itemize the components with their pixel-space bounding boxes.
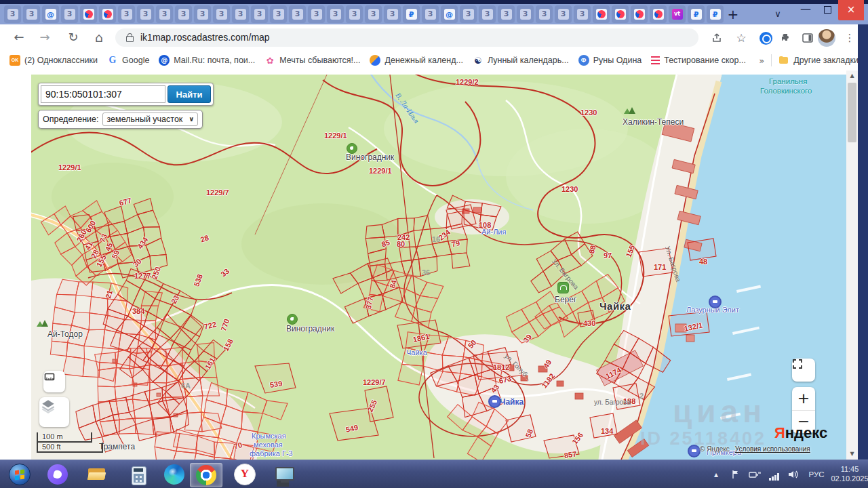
bookmarks-overflow-chevron[interactable] [759,56,764,65]
address-bar[interactable]: ik1map.roscadastres.com/map [115,28,698,47]
doc-favicon-icon [482,9,493,20]
tab-search-chevron-icon[interactable] [769,5,787,23]
power-battery-icon[interactable] [746,460,764,488]
taskbar-item-yandex[interactable] [229,463,260,486]
action-center-flag-icon[interactable] [728,460,743,488]
browser-tab[interactable] [308,5,325,23]
scroll-down-icon[interactable] [846,449,858,460]
bookmark-item[interactable]: Тестирование скор... [651,55,746,66]
bookmark-label: Денежный календ... [384,56,462,65]
volume-icon[interactable] [785,460,802,488]
taskbar-item-explorer[interactable] [81,463,113,486]
browser-tab[interactable] [669,5,686,23]
browser-tab[interactable] [365,5,382,23]
side-panel-icon[interactable] [799,29,816,47]
scrollbar-thumb[interactable] [848,83,856,142]
cadastral-map[interactable]: 1229/21229/11229/71229/11229/11230123012… [31,75,846,460]
taskbar-item-display[interactable] [269,463,300,486]
browser-tab[interactable] [99,5,116,23]
browser-tab[interactable] [61,5,78,23]
zoom-in-button[interactable]: + [792,387,815,411]
browser-tab[interactable] [593,5,610,23]
bookmark-item[interactable]: (2) Одноклассники [9,55,98,66]
clock[interactable]: 11:45 02.10.2025 [831,460,868,488]
cadastral-number-input[interactable] [41,85,165,103]
browser-tab[interactable] [270,5,287,23]
close-button[interactable] [838,0,864,20]
browser-tab[interactable] [498,5,515,23]
home-button[interactable] [90,28,108,47]
browser-tab[interactable] [479,5,496,23]
browser-tab[interactable] [327,5,344,23]
browser-tab[interactable] [555,5,572,23]
network-signal-icon[interactable] [766,460,783,488]
browser-menu-kebab-icon[interactable] [841,29,859,47]
other-bookmarks-folder[interactable]: Другие закладки [778,55,859,66]
browser-tab[interactable] [574,5,591,23]
doc-favicon-icon [64,9,75,20]
profile-avatar[interactable] [818,29,835,47]
minimize-button[interactable] [795,0,816,20]
taskbar-item-alice[interactable] [42,463,73,486]
browser-tab[interactable] [460,5,477,23]
browser-tab[interactable] [536,5,553,23]
bookmark-item[interactable]: Лунный календарь... [473,55,569,66]
bookmark-item[interactable]: Мечты сбываются!... [264,55,360,66]
bookmark-item[interactable]: Руны Одина [578,55,642,66]
reload-button[interactable] [64,28,83,47]
find-button[interactable]: Найти [167,85,211,103]
share-button[interactable] [708,29,726,47]
tray-hidden-icons-arrow[interactable] [709,460,723,488]
browser-tab[interactable] [118,5,135,23]
layers-button[interactable] [39,397,69,427]
browser-tab[interactable] [213,5,230,23]
browser-tab[interactable] [156,5,173,23]
page-scrollbar[interactable] [846,70,858,460]
browser-tab[interactable] [631,5,648,23]
browser-tab[interactable] [384,5,401,23]
definition-select[interactable]: земельный участок ∨ [102,113,199,126]
scroll-up-icon[interactable] [846,70,858,81]
browser-tab[interactable] [232,5,249,23]
bookmark-item[interactable]: Денежный календ... [370,55,462,66]
forward-button[interactable] [35,28,54,47]
terms-link[interactable]: Условия использования [735,445,810,453]
browser-tab[interactable] [137,5,154,23]
divider [771,54,772,66]
taskbar-item-calc[interactable] [121,463,152,486]
browser-tab[interactable] [688,5,705,23]
browser-tab[interactable] [289,5,306,23]
language-indicator[interactable]: РУС [804,460,829,488]
browser-tab[interactable] [23,5,40,23]
browser-tab[interactable] [517,5,534,23]
browser-tab[interactable] [194,5,211,23]
browser-tab[interactable] [4,5,21,23]
extensions-puzzle-icon[interactable] [777,29,795,47]
browser-tab[interactable] [175,5,192,23]
alice-icon [47,464,68,485]
taskbar-item-chrome[interactable] [190,463,222,487]
browser-tab[interactable] [650,5,667,23]
doc-favicon-icon [197,9,208,20]
bookmark-star-icon[interactable] [732,29,750,47]
browser-tab[interactable] [403,5,420,23]
browser-tab[interactable] [346,5,363,23]
maximize-button[interactable] [816,0,838,20]
browser-tab[interactable] [80,5,97,23]
browser-tab[interactable] [422,5,439,23]
bookmark-item[interactable]: Google [107,55,149,66]
back-button[interactable] [9,28,28,47]
fullscreen-button[interactable] [792,359,815,382]
taskbar-item-edge[interactable] [159,463,190,486]
browser-tab[interactable] [441,5,458,23]
bookmark-items: (2) ОдноклассникиGoogleMail.Ru: почта, п… [0,55,746,66]
browser-tab[interactable] [707,5,724,23]
browser-tab[interactable] [42,5,59,23]
bookmark-item[interactable]: Mail.Ru: почта, пои... [159,55,255,66]
browser-tab[interactable] [612,5,629,23]
browser-tab[interactable] [251,5,268,23]
ruler-tool-button[interactable] [43,371,65,392]
extension-badge-icon[interactable] [757,29,774,47]
taskbar-item-start[interactable] [4,463,35,486]
new-tab-button[interactable] [724,5,742,23]
